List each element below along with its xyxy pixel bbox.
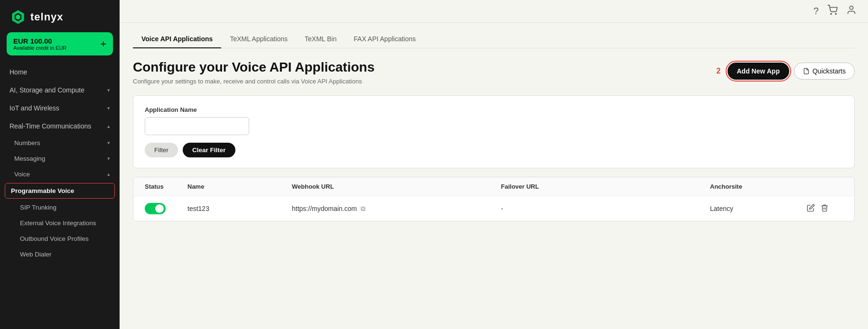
filter-label: Application Name (145, 106, 843, 113)
cell-failover: - (501, 205, 710, 212)
chevron-down-icon: ▾ (107, 155, 110, 162)
table-row: test123 https://mydomain.com ⧉ - Latency (133, 196, 854, 221)
chevron-down-icon: ▾ (107, 87, 110, 93)
tab-texml-bin[interactable]: TeXML Bin (296, 30, 345, 48)
main-content: ? Voice API Applications TeXML Applicati… (120, 0, 868, 329)
page-title-section: Configure your Voice API Applications Co… (133, 60, 374, 85)
sidebar-item-external-voice[interactable]: External Voice Integrations (0, 215, 120, 231)
col-status: Status (145, 183, 187, 190)
page-subtitle: Configure your settings to make, receive… (133, 78, 374, 85)
cell-webhook: https://mydomain.com ⧉ (292, 205, 501, 213)
sidebar-item-numbers[interactable]: Numbers ▾ (0, 135, 120, 151)
sidebar-item-ai-storage[interactable]: AI, Storage and Compute ▾ (0, 81, 120, 99)
logo-text: telnyx (30, 11, 64, 23)
cell-name: test123 (187, 205, 292, 212)
svg-point-5 (849, 6, 853, 9)
help-icon[interactable]: ? (813, 6, 819, 17)
chevron-down-icon: ▾ (107, 140, 110, 146)
cell-row-actions (805, 204, 843, 214)
filter-section: Application Name Filter Clear Filter (133, 95, 855, 168)
sidebar-item-rtc[interactable]: Real-Time Communications ▴ (0, 117, 120, 135)
sidebar-item-messaging[interactable]: Messaging ▾ (0, 151, 120, 166)
edit-icon[interactable] (807, 204, 815, 214)
table-section: Status Name Webhook URL Failover URL Anc… (133, 177, 855, 221)
col-webhook: Webhook URL (292, 183, 501, 190)
col-failover: Failover URL (501, 183, 710, 190)
tab-fax-api[interactable]: FAX API Applications (345, 30, 424, 48)
chevron-down-icon: ▾ (107, 105, 110, 111)
chevron-up-icon: ▴ (107, 123, 110, 129)
tab-voice-api[interactable]: Voice API Applications (133, 30, 221, 48)
sidebar-item-iot[interactable]: IoT and Wireless ▾ (0, 99, 120, 117)
chevron-up-icon: ▴ (107, 171, 110, 177)
credit-amount: EUR 100.00 (13, 37, 66, 45)
quickstarts-button[interactable]: Quickstarts (794, 63, 855, 80)
add-credit-icon[interactable]: + (100, 38, 106, 50)
tab-texml-apps[interactable]: TeXML Applications (221, 30, 296, 48)
sidebar: telnyx EUR 100.00 Available credit in EU… (0, 0, 120, 329)
col-name: Name (187, 183, 292, 190)
tab-bar: Voice API Applications TeXML Application… (133, 23, 855, 48)
copy-webhook-icon[interactable]: ⧉ (361, 205, 365, 213)
col-anchorsite: Anchorsite (710, 183, 805, 190)
sidebar-item-home[interactable]: Home (0, 63, 120, 81)
clear-filter-button[interactable]: Clear Filter (183, 143, 235, 157)
cell-status (145, 203, 187, 214)
credit-box[interactable]: EUR 100.00 Available credit in EUR + (7, 32, 113, 55)
table-header: Status Name Webhook URL Failover URL Anc… (133, 177, 854, 196)
user-icon[interactable] (846, 5, 857, 18)
step-indicator: 2 (717, 67, 721, 75)
svg-point-4 (835, 13, 836, 14)
sidebar-item-outbound-voice[interactable]: Outbound Voice Profiles (0, 231, 120, 247)
filter-buttons: Filter Clear Filter (145, 143, 843, 157)
sidebar-item-web-dialer[interactable]: Web Dialer (0, 247, 120, 262)
cell-anchorsite: Latency (710, 205, 805, 212)
add-new-app-button[interactable]: Add New App (728, 63, 789, 80)
topbar: ? (120, 0, 868, 23)
delete-icon[interactable] (821, 204, 829, 214)
col-actions (805, 183, 843, 190)
svg-point-3 (831, 13, 831, 14)
logo: telnyx (0, 0, 120, 32)
content-area: Voice API Applications TeXML Application… (120, 23, 868, 329)
page-header: Configure your Voice API Applications Co… (133, 60, 855, 85)
sidebar-item-voice[interactable]: Voice ▴ (0, 166, 120, 182)
header-actions: 2 Add New App Quickstarts (717, 63, 855, 80)
page-title: Configure your Voice API Applications (133, 60, 374, 75)
status-toggle[interactable] (145, 203, 166, 214)
application-name-input[interactable] (145, 117, 249, 135)
filter-button[interactable]: Filter (145, 143, 178, 157)
sidebar-item-programmable-voice[interactable]: Programmable Voice (5, 183, 115, 199)
cart-icon[interactable] (827, 5, 838, 18)
doc-icon (803, 68, 810, 74)
credit-label: Available credit in EUR (13, 45, 66, 51)
sidebar-item-sip-trunking[interactable]: SIP Trunking (0, 200, 120, 215)
